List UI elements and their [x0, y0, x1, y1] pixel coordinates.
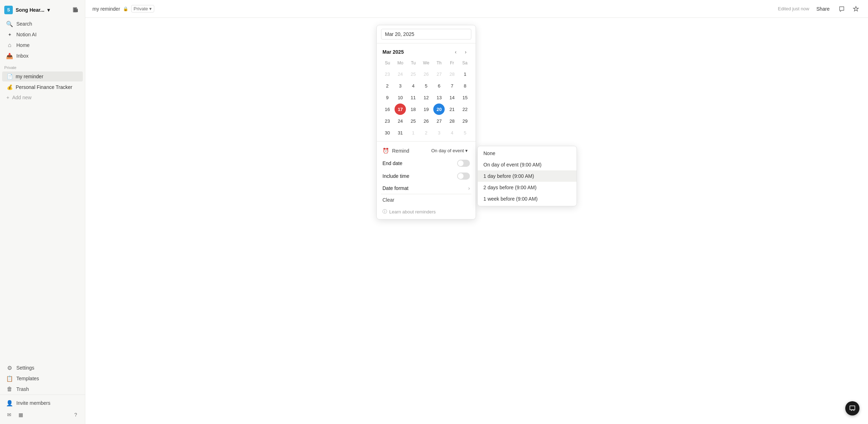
calendar-day-2-0[interactable]: 9 [382, 92, 393, 103]
calendar-day-5-1[interactable]: 31 [395, 127, 406, 138]
calendar-day-2-6[interactable]: 15 [459, 92, 471, 103]
calendar-day-3-1[interactable]: 17 [395, 104, 406, 115]
share-button[interactable]: Share [814, 5, 832, 13]
calendar-day-4-1[interactable]: 24 [395, 115, 406, 127]
calendar-day-5-5[interactable]: 4 [446, 127, 458, 138]
calendar-day-1-3[interactable]: 5 [420, 80, 432, 91]
sidebar-item-templates[interactable]: 📋 Templates [2, 373, 83, 383]
search-icon: 🔍 [6, 21, 13, 27]
calendar-day-2-2[interactable]: 11 [408, 92, 419, 103]
sidebar-item-my-reminder[interactable]: 📄 my reminder [2, 71, 83, 81]
calendar-day-0-5[interactable]: 28 [446, 68, 458, 80]
calendar-day-0-4[interactable]: 27 [433, 68, 445, 80]
topbar-private-button[interactable]: Private ▾ [131, 5, 154, 12]
remind-option-1-day-before[interactable]: 1 day before (9:00 AM) [478, 170, 577, 182]
topbar-edited-text: Edited just now [778, 6, 809, 11]
calendar-day-5-3[interactable]: 2 [420, 127, 432, 138]
calendar-day-3-3[interactable]: 19 [420, 104, 432, 115]
topbar-visibility-chevron: ▾ [149, 6, 152, 11]
invite-members-button[interactable]: 👤 Invite members [2, 398, 83, 408]
calendar-day-2-5[interactable]: 14 [446, 92, 458, 103]
calendar-day-4-4[interactable]: 27 [433, 115, 445, 127]
sidebar-section-private: Private [0, 61, 85, 71]
workspace-name[interactable]: S Song Hear... ▾ [4, 6, 50, 14]
calendar-day-1-1[interactable]: 3 [395, 80, 406, 91]
calendar-month-year: Mar 2025 [382, 49, 404, 55]
calendar-day-3-5[interactable]: 21 [446, 104, 458, 115]
calendar-day-0-2[interactable]: 25 [408, 68, 419, 80]
calendar-day-0-6[interactable]: 1 [459, 68, 471, 80]
sidebar-item-trash[interactable]: 🗑 Trash [2, 384, 83, 394]
mail-icon-button[interactable]: ✉ [4, 410, 14, 420]
lock-icon: 🔒 [123, 6, 128, 11]
calendar-next-button[interactable]: › [461, 48, 470, 56]
invite-members-label: Invite members [16, 400, 50, 406]
calendar-day-3-0[interactable]: 16 [382, 104, 393, 115]
sidebar-item-settings[interactable]: ⚙ Settings [2, 363, 83, 373]
topbar-right: Edited just now Share [778, 4, 861, 14]
calendar-day-3-6[interactable]: 22 [459, 104, 471, 115]
comment-icon-button[interactable] [837, 4, 847, 14]
calendar-day-5-2[interactable]: 1 [408, 127, 419, 138]
inbox-icon: 📥 [6, 53, 13, 59]
calendar-day-0-3[interactable]: 26 [420, 68, 432, 80]
calendar-day-4-0[interactable]: 23 [382, 115, 393, 127]
calendar-day-3-2[interactable]: 18 [408, 104, 419, 115]
sidebar-item-personal-finance-label: Personal Finance Tracker [16, 84, 73, 90]
calendar-day-1-4[interactable]: 6 [433, 80, 445, 91]
remind-value-button[interactable]: On day of event ▾ [429, 147, 470, 154]
calendar-day-2-3[interactable]: 12 [420, 92, 432, 103]
add-new-label: Add new [12, 95, 31, 100]
calendar-day-5-0[interactable]: 30 [382, 127, 393, 138]
add-new-button[interactable]: + Add new [2, 93, 83, 102]
calendar-day-1-6[interactable]: 8 [459, 80, 471, 91]
calendar-day-3-4[interactable]: 20 [433, 104, 445, 115]
remind-option-none[interactable]: None [478, 148, 577, 159]
sidebar-item-notion-ai[interactable]: ✦ Notion AI [2, 30, 83, 39]
star-icon-button[interactable] [851, 4, 861, 14]
calendar-overlay: Mar 2025 ‹ › Su Mo Tu We Th Fr Sa [376, 25, 577, 219]
sidebar-item-home[interactable]: ⌂ Home [2, 40, 83, 50]
calendar-day-0-0[interactable]: 23 [382, 68, 393, 80]
calendar-day-4-3[interactable]: 26 [420, 115, 432, 127]
calendar-date-input-container [377, 25, 476, 43]
remind-option-2-days-before[interactable]: 2 days before (9:00 AM) [478, 182, 577, 193]
content-area: Mar 2025 ‹ › Su Mo Tu We Th Fr Sa [85, 18, 868, 424]
calendar-day-4-2[interactable]: 25 [408, 115, 419, 127]
clear-button[interactable]: Clear [381, 194, 471, 206]
calendar-header: Mar 2025 ‹ › [377, 43, 476, 59]
calendar-day-1-2[interactable]: 4 [408, 80, 419, 91]
remind-option-on-day[interactable]: On day of event (9:00 AM) [478, 159, 577, 170]
include-time-toggle[interactable] [457, 173, 470, 180]
remind-option-1-week-before[interactable]: 1 week before (9:00 AM) [478, 193, 577, 205]
new-page-button[interactable] [71, 5, 81, 15]
sidebar-item-search[interactable]: 🔍 Search [2, 19, 83, 29]
calendar-weekdays: Su Mo Tu We Th Fr Sa [381, 59, 471, 67]
calendar-day-4-6[interactable]: 29 [459, 115, 471, 127]
calendar-day-2-1[interactable]: 10 [395, 92, 406, 103]
learn-reminders-label: Learn about reminders [389, 209, 436, 214]
calendar-day-1-5[interactable]: 7 [446, 80, 458, 91]
sidebar-item-personal-finance[interactable]: 💰 Personal Finance Tracker [2, 82, 83, 92]
sidebar-bottom: 👤 Invite members ✉ ▦ ? [0, 394, 85, 421]
calendar-date-input[interactable] [381, 29, 471, 39]
calendar-day-1-0[interactable]: 2 [382, 80, 393, 91]
calendar-grid: Su Mo Tu We Th Fr Sa 2324252627281234567… [377, 59, 476, 141]
learn-reminders-link[interactable]: ⓘ Learn about reminders [381, 206, 471, 216]
calendar-prev-button[interactable]: ‹ [451, 48, 460, 56]
sidebar-item-inbox[interactable]: 📥 Inbox [2, 51, 83, 61]
calendar-day-4-5[interactable]: 28 [446, 115, 458, 127]
chat-bubble-button[interactable] [845, 401, 859, 415]
end-date-toggle[interactable] [457, 160, 470, 167]
calendar-icon-button[interactable]: ▦ [16, 410, 26, 420]
help-icon-button[interactable]: ? [71, 410, 81, 420]
calendar-day-2-4[interactable]: 13 [433, 92, 445, 103]
calendar-day-5-4[interactable]: 3 [433, 127, 445, 138]
date-format-label: Date format [382, 185, 408, 191]
remind-chevron: ▾ [465, 148, 468, 153]
date-format-row[interactable]: Date format › [381, 182, 471, 194]
calendar-day-0-1[interactable]: 24 [395, 68, 406, 80]
calendar-day-5-6[interactable]: 5 [459, 127, 471, 138]
sidebar-header: S Song Hear... ▾ [0, 3, 85, 17]
topbar-page-title: my reminder [92, 6, 120, 12]
